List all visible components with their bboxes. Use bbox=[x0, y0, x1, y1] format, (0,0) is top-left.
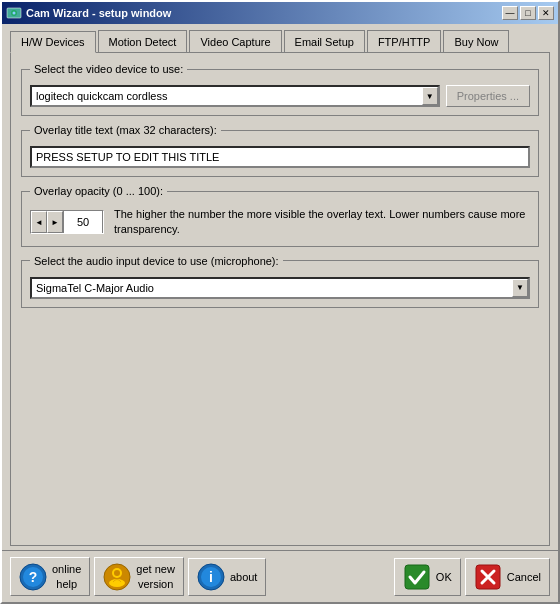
get-new-version-icon bbox=[103, 563, 131, 591]
content-area: H/W Devices Motion Detect Video Capture … bbox=[2, 24, 558, 550]
ok-button[interactable]: OK bbox=[394, 558, 461, 596]
minimize-button[interactable]: — bbox=[502, 6, 518, 20]
tab-video-capture[interactable]: Video Capture bbox=[189, 30, 281, 52]
properties-button[interactable]: Properties ... bbox=[446, 85, 530, 107]
tab-motion-detect[interactable]: Motion Detect bbox=[98, 30, 188, 52]
svg-text:i: i bbox=[209, 569, 213, 585]
cancel-button[interactable]: Cancel bbox=[465, 558, 550, 596]
online-help-button[interactable]: ? onlinehelp bbox=[10, 557, 90, 596]
audio-device-row: SigmaTel C-Major Audio ▼ bbox=[30, 277, 530, 299]
audio-device-select-wrapper: SigmaTel C-Major Audio ▼ bbox=[30, 277, 530, 299]
window-icon bbox=[6, 5, 22, 21]
tab-email-setup[interactable]: Email Setup bbox=[284, 30, 365, 52]
main-window: Cam Wizard - setup window — □ ✕ H/W Devi… bbox=[0, 0, 560, 604]
overlay-text-input[interactable] bbox=[30, 146, 530, 168]
close-button[interactable]: ✕ bbox=[538, 6, 554, 20]
opacity-spinner: ◄ ► 50 bbox=[30, 210, 104, 234]
opacity-group: Overlay opacity (0 ... 100): ◄ ► 50 The … bbox=[21, 185, 539, 247]
panel-spacer bbox=[21, 316, 539, 536]
about-label: about bbox=[230, 570, 258, 584]
svg-point-9 bbox=[114, 570, 120, 576]
about-icon: i bbox=[197, 563, 225, 591]
audio-device-select[interactable]: SigmaTel C-Major Audio bbox=[30, 277, 530, 299]
about-button[interactable]: i about bbox=[188, 558, 267, 596]
hw-devices-panel: Select the video device to use: logitech… bbox=[10, 52, 550, 546]
tab-ftp-http[interactable]: FTP/HTTP bbox=[367, 30, 442, 52]
cancel-label: Cancel bbox=[507, 570, 541, 584]
opacity-value: 50 bbox=[63, 211, 103, 233]
overlay-title-group: Overlay title text (max 32 characters): bbox=[21, 124, 539, 177]
tab-bar: H/W Devices Motion Detect Video Capture … bbox=[10, 30, 550, 52]
online-help-label: onlinehelp bbox=[52, 562, 81, 591]
online-help-icon: ? bbox=[19, 563, 47, 591]
ok-label: OK bbox=[436, 570, 452, 584]
video-device-legend: Select the video device to use: bbox=[30, 63, 187, 75]
title-bar: Cam Wizard - setup window — □ ✕ bbox=[2, 2, 558, 24]
opacity-decrement-button[interactable]: ◄ bbox=[31, 211, 47, 233]
overlay-legend: Overlay title text (max 32 characters): bbox=[30, 124, 221, 136]
opacity-legend: Overlay opacity (0 ... 100): bbox=[30, 185, 167, 197]
opacity-description: The higher the number the more visible t… bbox=[114, 207, 530, 238]
cancel-icon bbox=[474, 563, 502, 591]
footer: ? onlinehelp get newversion bbox=[2, 550, 558, 602]
audio-device-legend: Select the audio input device to use (mi… bbox=[30, 255, 283, 267]
audio-device-group: Select the audio input device to use (mi… bbox=[21, 255, 539, 308]
window-title: Cam Wizard - setup window bbox=[26, 7, 502, 19]
get-new-version-button[interactable]: get newversion bbox=[94, 557, 184, 596]
tab-buy-now[interactable]: Buy Now bbox=[443, 30, 509, 52]
svg-text:?: ? bbox=[29, 569, 38, 585]
maximize-button[interactable]: □ bbox=[520, 6, 536, 20]
video-device-row: logitech quickcam cordless ▼ Properties … bbox=[30, 85, 530, 107]
video-device-group: Select the video device to use: logitech… bbox=[21, 63, 539, 116]
get-new-version-label: get newversion bbox=[136, 562, 175, 591]
opacity-row: ◄ ► 50 The higher the number the more vi… bbox=[30, 207, 530, 238]
svg-point-2 bbox=[13, 12, 16, 15]
tab-hw-devices[interactable]: H/W Devices bbox=[10, 31, 96, 53]
video-device-select[interactable]: logitech quickcam cordless bbox=[30, 85, 440, 107]
title-bar-buttons: — □ ✕ bbox=[502, 6, 554, 20]
video-device-select-wrapper: logitech quickcam cordless ▼ bbox=[30, 85, 440, 107]
ok-icon bbox=[403, 563, 431, 591]
opacity-increment-button[interactable]: ► bbox=[47, 211, 63, 233]
